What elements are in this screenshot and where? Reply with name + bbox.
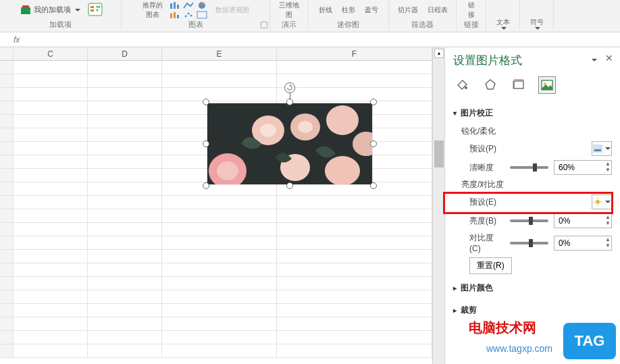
- table-row[interactable]: [0, 61, 432, 74]
- table-row[interactable]: [0, 196, 432, 209]
- rotate-handle[interactable]: [284, 82, 295, 93]
- resize-handle-n[interactable]: [286, 99, 293, 105]
- resize-handle-s[interactable]: [286, 182, 293, 189]
- chevron-right-icon: ▸: [453, 284, 457, 292]
- contrast-label: 对比度(C): [469, 232, 505, 253]
- 3d-map-button[interactable]: 三维地 图: [276, 1, 302, 20]
- contrast-slider[interactable]: [510, 242, 548, 244]
- slicer-button[interactable]: 切片器: [395, 5, 421, 15]
- table-row[interactable]: [0, 317, 432, 331]
- preset-picker[interactable]: [592, 141, 612, 156]
- svg-rect-38: [594, 149, 601, 151]
- table-row[interactable]: [0, 236, 432, 250]
- reset-button[interactable]: 重置(R): [469, 257, 512, 274]
- recommended-charts-button[interactable]: 推荐的 图表: [140, 1, 165, 20]
- spinner-buttons[interactable]: ▲▼: [605, 161, 611, 173]
- section-header-crop[interactable]: ▸ 裁剪: [453, 302, 612, 319]
- section-title-correction: 图片校正: [461, 107, 493, 119]
- sharpness-row: 清晰度 ▲▼: [469, 160, 612, 175]
- formula-bar[interactable]: fx: [0, 32, 620, 47]
- tab-effects[interactable]: [482, 76, 499, 94]
- resize-handle-ne[interactable]: [370, 99, 377, 105]
- pane-options-button[interactable]: [590, 54, 597, 63]
- col-header[interactable]: [0, 47, 14, 60]
- scrollbar-thumb[interactable]: [434, 140, 444, 167]
- size-icon: [513, 78, 525, 90]
- spinner-buttons[interactable]: ▲▼: [605, 236, 611, 249]
- selected-image[interactable]: [207, 103, 373, 185]
- picture-icon: [541, 79, 553, 91]
- svg-rect-1: [22, 5, 29, 8]
- dialog-launcher-icon[interactable]: [261, 22, 267, 28]
- paint-bucket-icon: [456, 78, 468, 90]
- table-row[interactable]: [0, 263, 432, 277]
- symbol-button[interactable]: 符号: [527, 18, 546, 30]
- tag-badge: TAG: [563, 323, 616, 359]
- sparkline-line-button[interactable]: 折线: [316, 5, 335, 15]
- table-row[interactable]: [0, 250, 432, 263]
- annotation-highlight: [443, 192, 613, 214]
- svg-rect-8: [170, 3, 172, 9]
- col-header[interactable]: E: [162, 47, 277, 60]
- resize-handle-sw[interactable]: [203, 182, 209, 189]
- table-row[interactable]: [0, 88, 432, 101]
- tab-picture[interactable]: [538, 76, 556, 94]
- sparkline-column-button[interactable]: 柱形: [339, 5, 358, 15]
- ribbon-group-links: 链接: [464, 20, 479, 30]
- sharpness-input[interactable]: [554, 160, 612, 175]
- rec-charts-l2: 图表: [146, 10, 159, 20]
- chart-gallery[interactable]: [170, 1, 209, 19]
- svg-rect-13: [174, 12, 176, 18]
- col-header[interactable]: F: [277, 47, 432, 60]
- ribbon-group-demo: 演示: [282, 20, 296, 30]
- table-row[interactable]: [0, 344, 432, 358]
- brightness-input[interactable]: [554, 213, 612, 228]
- svg-point-26: [326, 105, 359, 135]
- spinner-buttons[interactable]: ▲▼: [605, 214, 611, 226]
- tab-size[interactable]: [510, 76, 527, 94]
- textbox-button[interactable]: 文本: [494, 18, 513, 30]
- table-row[interactable]: [0, 223, 432, 236]
- ribbon: 我的加载项 加载项 推荐的 图表 数据透视图 图表: [0, 0, 620, 32]
- svg-point-15: [184, 15, 186, 17]
- link-button[interactable]: 链 接: [465, 1, 477, 20]
- resize-handle-w[interactable]: [203, 140, 209, 147]
- sparkline-winloss-button[interactable]: 盈亏: [362, 5, 381, 15]
- section-header-color[interactable]: ▸ 图片颜色: [453, 280, 612, 296]
- resize-handle-nw[interactable]: [203, 99, 209, 105]
- chevron-down-icon: [605, 147, 611, 150]
- table-row[interactable]: [0, 209, 432, 223]
- table-row[interactable]: [0, 304, 432, 317]
- tag-label: TAG: [575, 332, 605, 350]
- timeline-button[interactable]: 日程表: [425, 5, 450, 15]
- map-l1: 三维地: [279, 1, 299, 10]
- col-header[interactable]: D: [88, 47, 162, 60]
- my-addins-button[interactable]: 我的加载项: [18, 5, 83, 16]
- brightness-slider[interactable]: [510, 219, 548, 222]
- chevron-down-icon: [75, 9, 80, 11]
- table-row[interactable]: [0, 74, 432, 88]
- worksheet-grid[interactable]: C D E F: [0, 47, 432, 364]
- people-graph-icon[interactable]: [87, 2, 103, 18]
- sharpness-slider[interactable]: [510, 166, 548, 169]
- table-row[interactable]: [0, 290, 432, 304]
- pivotchart-button[interactable]: 数据透视图: [213, 5, 252, 15]
- close-icon[interactable]: ✕: [605, 53, 613, 63]
- scroll-up-button[interactable]: ▴: [434, 49, 444, 58]
- svg-point-17: [190, 14, 192, 16]
- resize-handle-e[interactable]: [370, 140, 377, 147]
- ribbon-group-addins: 加载项: [49, 20, 72, 30]
- col-header[interactable]: C: [14, 47, 88, 60]
- tab-fill-line[interactable]: [453, 76, 471, 94]
- section-header-correction[interactable]: ▾ 图片校正: [453, 105, 612, 122]
- svg-rect-4: [91, 9, 94, 11]
- svg-rect-0: [21, 7, 30, 14]
- brightness-label: 亮度(B): [469, 215, 505, 227]
- table-row[interactable]: [0, 277, 432, 290]
- ribbon-group-sparklines: 迷你图: [337, 20, 359, 30]
- resize-handle-se[interactable]: [370, 182, 377, 189]
- watermark-url: www.tagxp.com: [486, 343, 552, 354]
- contrast-input[interactable]: [554, 236, 612, 251]
- table-row[interactable]: [0, 331, 432, 344]
- svg-rect-3: [91, 6, 94, 8]
